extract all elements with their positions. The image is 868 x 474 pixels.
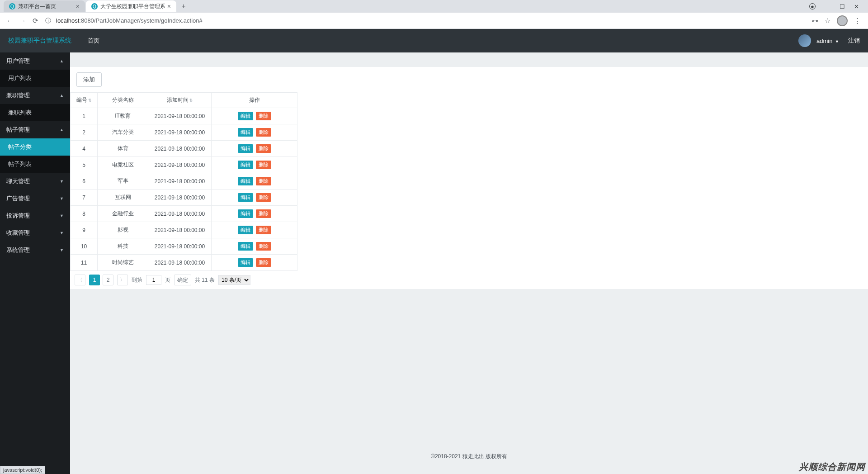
cell-op: 编辑删除 — [212, 173, 297, 190]
delete-button[interactable]: 删除 — [256, 161, 271, 169]
edit-button[interactable]: 编辑 — [238, 209, 253, 218]
account-dot-icon[interactable]: ● — [809, 3, 816, 10]
edit-button[interactable]: 编辑 — [238, 258, 253, 267]
caret-down-icon: ▼ — [835, 39, 839, 44]
menu-label: 帖子管理 — [6, 126, 30, 134]
cell-name: 科技 — [98, 238, 148, 255]
edit-button[interactable]: 编辑 — [238, 128, 253, 137]
sidebar-item[interactable]: 兼职列表 — [0, 104, 70, 121]
th-time[interactable]: 添加时间⇅ — [148, 93, 212, 108]
logout-link[interactable]: 注销 — [848, 37, 860, 45]
cell-name: 电竞社区 — [98, 157, 148, 173]
nav-home[interactable]: 首页 — [88, 37, 99, 45]
sidebar-group[interactable]: 广告管理▼ — [0, 190, 70, 207]
menu-label: 聊天管理 — [6, 177, 30, 185]
page-size-select[interactable]: 10 条/页 — [218, 275, 250, 285]
edit-button[interactable]: 编辑 — [238, 112, 253, 120]
menu-label: 兼职列表 — [8, 109, 32, 117]
menu-label: 兼职管理 — [6, 91, 30, 100]
user-menu[interactable]: admin ▼ — [816, 38, 839, 44]
edit-button[interactable]: 编辑 — [238, 144, 253, 153]
close-window-icon[interactable]: ✕ — [854, 3, 859, 10]
sidebar-group[interactable]: 帖子管理▲ — [0, 121, 70, 138]
add-button[interactable]: 添加 — [76, 72, 102, 87]
minimize-icon[interactable]: — — [825, 3, 830, 10]
cell-id: 5 — [71, 157, 98, 173]
sidebar-group[interactable]: 收藏管理▼ — [0, 224, 70, 242]
main-content: 添加 编号⇅ 分类名称 添加时间⇅ 操作 1IT教育2021-09-18 00:… — [70, 52, 868, 474]
table-row: 11时尚综艺2021-09-18 00:00:00编辑删除 — [71, 255, 297, 271]
delete-button[interactable]: 删除 — [256, 144, 271, 153]
cell-name: 互联网 — [98, 190, 148, 206]
page-number-button[interactable]: 2 — [103, 275, 113, 285]
url-input[interactable]: ⓘ localhost:8080/PartJobManager/system/g… — [45, 14, 808, 27]
cell-name: 体育 — [98, 141, 148, 157]
browser-tab[interactable]: Q兼职平台—首页× — [4, 0, 85, 12]
delete-button[interactable]: 删除 — [256, 128, 271, 137]
bookmark-icon[interactable]: ☆ — [825, 17, 830, 25]
sidebar-group[interactable]: 兼职管理▲ — [0, 87, 70, 104]
sidebar-group[interactable]: 聊天管理▼ — [0, 173, 70, 190]
delete-button[interactable]: 删除 — [256, 258, 271, 267]
menu-label: 用户列表 — [8, 74, 32, 82]
sidebar-group[interactable]: 投诉管理▼ — [0, 207, 70, 224]
delete-button[interactable]: 删除 — [256, 112, 271, 120]
edit-button[interactable]: 编辑 — [238, 161, 253, 169]
cell-name: 影视 — [98, 222, 148, 238]
edit-button[interactable]: 编辑 — [238, 177, 253, 185]
edit-button[interactable]: 编辑 — [238, 242, 253, 251]
tab-favicon-icon: Q — [9, 3, 15, 9]
maximize-icon[interactable]: ☐ — [840, 3, 845, 10]
sidebar-item[interactable]: 帖子分类 — [0, 138, 70, 156]
cell-id: 1 — [71, 108, 98, 124]
delete-button[interactable]: 删除 — [256, 242, 271, 251]
tab-close-icon[interactable]: × — [76, 3, 80, 10]
edit-button[interactable]: 编辑 — [238, 226, 253, 234]
profile-avatar-icon[interactable] — [837, 15, 848, 26]
browser-tab[interactable]: Q大学生校园兼职平台管理系统× — [86, 0, 176, 12]
table-row: 8金融行业2021-09-18 00:00:00编辑删除 — [71, 206, 297, 222]
cell-time: 2021-09-18 00:00:00 — [148, 157, 212, 173]
kebab-menu-icon[interactable]: ⋮ — [854, 17, 861, 25]
site-info-icon[interactable]: ⓘ — [45, 17, 53, 25]
cell-time: 2021-09-18 00:00:00 — [148, 141, 212, 157]
cell-name: 汽车分类 — [98, 124, 148, 141]
new-tab-button[interactable]: + — [177, 0, 190, 12]
delete-button[interactable]: 删除 — [256, 226, 271, 234]
key-icon[interactable]: ⊶ — [811, 17, 818, 25]
reload-button[interactable]: ⟳ — [29, 14, 42, 27]
cell-op: 编辑删除 — [212, 157, 297, 173]
sidebar-item[interactable]: 用户列表 — [0, 70, 70, 87]
page-number-button[interactable]: 1 — [89, 275, 100, 285]
sort-icon: ⇅ — [189, 98, 193, 103]
delete-button[interactable]: 删除 — [256, 209, 271, 218]
page-prev-button[interactable]: 〈 — [75, 275, 85, 285]
page-next-button[interactable]: 〉 — [117, 275, 128, 285]
tab-bar: Q兼职平台—首页×Q大学生校园兼职平台管理系统× + ● — ☐ ✕ — [0, 0, 868, 13]
browser-status-bar: javascript:void(0); — [0, 466, 45, 474]
th-id[interactable]: 编号⇅ — [71, 93, 98, 108]
delete-button[interactable]: 删除 — [256, 177, 271, 185]
cell-time: 2021-09-18 00:00:00 — [148, 206, 212, 222]
back-button[interactable]: ← — [4, 14, 16, 27]
sidebar-group[interactable]: 用户管理▲ — [0, 52, 70, 70]
sidebar-item[interactable]: 帖子列表 — [0, 156, 70, 173]
cell-name: 金融行业 — [98, 206, 148, 222]
top-navbar: 校园兼职平台管理系统 首页 admin ▼ 注销 — [0, 29, 868, 52]
pagination: 〈 12 〉 到第 页 确定 共 11 条 10 条/页 — [70, 271, 868, 289]
caret-up-icon: ▲ — [60, 93, 64, 98]
cell-id: 7 — [71, 190, 98, 206]
url-host: localhost — [56, 17, 79, 24]
cell-id: 4 — [71, 141, 98, 157]
menu-label: 投诉管理 — [6, 212, 30, 220]
tab-close-icon[interactable]: × — [167, 3, 171, 10]
goto-page-input[interactable] — [146, 275, 161, 285]
edit-button[interactable]: 编辑 — [238, 193, 253, 202]
cell-name: IT教育 — [98, 108, 148, 124]
goto-confirm-button[interactable]: 确定 — [174, 275, 191, 285]
sidebar-group[interactable]: 系统管理▼ — [0, 242, 70, 259]
url-path: :8080/PartJobManager/system/goIndex.acti… — [79, 17, 202, 24]
user-avatar-icon[interactable] — [798, 34, 811, 47]
delete-button[interactable]: 删除 — [256, 193, 271, 202]
forward-button[interactable]: → — [16, 14, 29, 27]
